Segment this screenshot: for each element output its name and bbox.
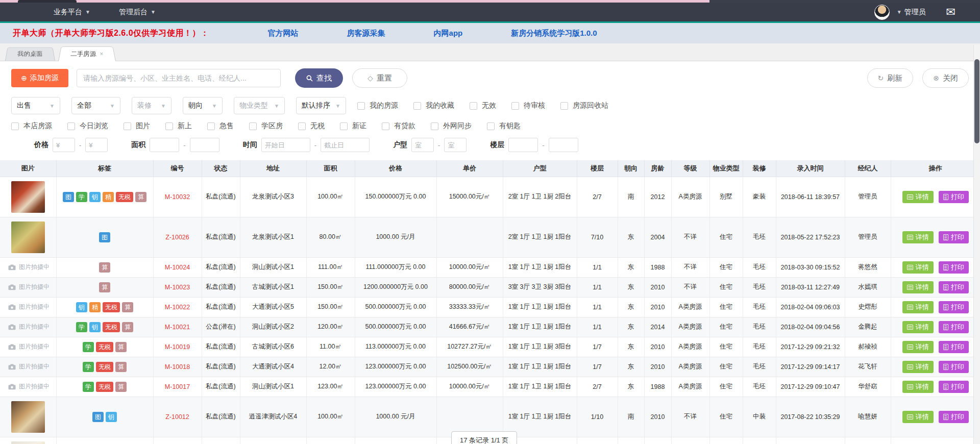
link-listing-collection[interactable]: 房客源采集 bbox=[347, 29, 385, 38]
area-min-input[interactable] bbox=[150, 138, 179, 152]
user-menu[interactable]: ▼ 管理员 bbox=[897, 8, 926, 17]
checkbox-icon[interactable] bbox=[431, 122, 438, 130]
floor-max-input[interactable] bbox=[549, 138, 578, 152]
filter-select-2[interactable]: 全部▼ bbox=[71, 97, 120, 114]
filter-checkbox[interactable]: 有贷款 bbox=[382, 121, 415, 131]
listing-code[interactable] bbox=[153, 437, 202, 444]
filter-select-3[interactable]: 装修▼ bbox=[132, 97, 172, 114]
checkbox-icon[interactable] bbox=[67, 122, 75, 130]
detail-button[interactable]: 详情 bbox=[902, 411, 934, 423]
detail-button[interactable]: 详情 bbox=[902, 281, 934, 293]
checkbox-icon[interactable] bbox=[11, 122, 19, 130]
listing-photo[interactable] bbox=[11, 401, 45, 433]
scrollbar-thumb[interactable] bbox=[974, 59, 979, 143]
price-min-input[interactable] bbox=[53, 138, 75, 152]
link-official-site[interactable]: 官方网站 bbox=[268, 29, 299, 38]
price-max-input[interactable] bbox=[85, 138, 108, 152]
checkbox-icon[interactable] bbox=[207, 122, 215, 130]
reset-button[interactable]: ◇ 重置 bbox=[352, 68, 407, 88]
listing-code[interactable]: M-10032 bbox=[153, 177, 202, 217]
print-button[interactable]: 打印 bbox=[939, 231, 969, 243]
print-button[interactable]: 打印 bbox=[939, 261, 969, 274]
filter-select-4[interactable]: 朝向▼ bbox=[183, 97, 223, 114]
start-date-input[interactable] bbox=[261, 138, 310, 152]
checkbox-icon[interactable] bbox=[413, 102, 421, 110]
filter-checkbox[interactable]: 外网同步 bbox=[431, 121, 472, 131]
nav-admin-backend[interactable]: 管理后台 ▼ bbox=[119, 8, 156, 17]
filter-select-5[interactable]: 物业类型▼ bbox=[234, 97, 285, 114]
refresh-button[interactable]: ↻ 刷新 bbox=[867, 68, 914, 88]
floor-min-input[interactable] bbox=[508, 138, 538, 152]
rooms-min-input[interactable] bbox=[411, 138, 434, 152]
detail-button[interactable]: 详情 bbox=[902, 381, 934, 393]
checkbox-icon[interactable] bbox=[298, 122, 306, 130]
listing-code[interactable]: M-10024 bbox=[153, 257, 202, 277]
search-input[interactable] bbox=[77, 69, 281, 87]
link-intranet-app[interactable]: 内网app bbox=[434, 29, 463, 38]
filter-checkbox[interactable]: 待审核 bbox=[511, 101, 545, 110]
print-button[interactable]: 打印 bbox=[939, 381, 969, 393]
filter-checkbox[interactable]: 今日浏览 bbox=[67, 121, 108, 131]
listing-code[interactable]: M-10022 bbox=[153, 297, 202, 317]
listing-code[interactable]: M-10021 bbox=[153, 317, 202, 337]
listing-code[interactable]: M-10018 bbox=[153, 357, 202, 377]
listing-code[interactable]: M-10017 bbox=[153, 377, 202, 397]
filter-select-6[interactable]: 默认排序▼ bbox=[296, 97, 346, 114]
print-button[interactable]: 打印 bbox=[939, 191, 969, 203]
mail-icon[interactable]: ✉ bbox=[946, 7, 955, 18]
print-button[interactable]: 打印 bbox=[939, 301, 969, 313]
close-page-button[interactable]: ⊗ 关闭 bbox=[922, 68, 969, 88]
filter-checkbox[interactable]: 有钥匙 bbox=[487, 121, 521, 131]
end-date-input[interactable] bbox=[321, 138, 370, 152]
checkbox-icon[interactable] bbox=[124, 122, 131, 130]
detail-button[interactable]: 详情 bbox=[902, 191, 934, 203]
checkbox-icon[interactable] bbox=[560, 102, 568, 110]
filter-checkbox[interactable]: 学区房 bbox=[249, 121, 283, 131]
filter-checkbox[interactable]: 新上 bbox=[165, 121, 192, 131]
checkbox-icon[interactable] bbox=[470, 102, 477, 110]
filter-checkbox[interactable]: 本店房源 bbox=[11, 121, 52, 131]
listing-photo[interactable] bbox=[11, 441, 45, 444]
filter-checkbox[interactable]: 我的房源 bbox=[357, 101, 398, 110]
detail-button[interactable]: 详情 bbox=[902, 361, 934, 373]
checkbox-icon[interactable] bbox=[487, 122, 495, 130]
print-button[interactable]: 打印 bbox=[939, 361, 969, 373]
search-button[interactable]: 查找 bbox=[295, 68, 343, 88]
listing-code[interactable]: Z-10012 bbox=[153, 397, 202, 437]
area-max-input[interactable] bbox=[190, 138, 219, 152]
checkbox-icon[interactable] bbox=[249, 122, 257, 130]
listing-photo[interactable] bbox=[11, 181, 45, 213]
user-avatar[interactable] bbox=[874, 5, 890, 20]
checkbox-icon[interactable] bbox=[511, 102, 519, 110]
listing-photo[interactable] bbox=[11, 221, 45, 253]
detail-button[interactable]: 详情 bbox=[902, 321, 934, 333]
listing-code[interactable]: M-10023 bbox=[153, 277, 202, 297]
filter-checkbox[interactable]: 房源回收站 bbox=[560, 101, 608, 110]
filter-checkbox[interactable]: 图片 bbox=[124, 121, 150, 131]
print-button[interactable]: 打印 bbox=[939, 281, 969, 293]
tab-my-desktop[interactable]: 我的桌面 bbox=[5, 47, 55, 61]
filter-checkbox[interactable]: 无税 bbox=[298, 121, 325, 131]
detail-button[interactable]: 详情 bbox=[902, 231, 934, 243]
detail-button[interactable]: 详情 bbox=[902, 261, 934, 274]
print-button[interactable]: 打印 bbox=[939, 411, 969, 423]
detail-button[interactable]: 详情 bbox=[902, 301, 934, 313]
filter-select-1[interactable]: 出售▼ bbox=[11, 97, 60, 114]
detail-button[interactable]: 详情 bbox=[902, 341, 934, 353]
close-icon[interactable]: × bbox=[100, 51, 104, 57]
filter-checkbox[interactable]: 无效 bbox=[470, 101, 496, 110]
tab-secondhand-listings[interactable]: 二手房源 × bbox=[58, 46, 116, 61]
rooms-max-input[interactable] bbox=[444, 138, 467, 152]
checkbox-icon[interactable] bbox=[357, 102, 365, 110]
add-listing-button[interactable]: ⊕ 添加房源 bbox=[11, 69, 68, 87]
link-new-house-system[interactable]: 新房分销系统学习版1.0.0 bbox=[511, 29, 597, 38]
checkbox-icon[interactable] bbox=[165, 122, 173, 130]
listing-code[interactable]: Z-10026 bbox=[153, 217, 202, 257]
page-scrollbar[interactable] bbox=[973, 45, 980, 444]
nav-business-platform[interactable]: 业务平台 ▼ bbox=[54, 8, 90, 17]
print-button[interactable]: 打印 bbox=[939, 321, 969, 333]
listing-code[interactable]: M-10019 bbox=[153, 337, 202, 357]
checkbox-icon[interactable] bbox=[340, 122, 348, 130]
print-button[interactable]: 打印 bbox=[939, 341, 969, 353]
filter-checkbox[interactable]: 急售 bbox=[207, 121, 234, 131]
